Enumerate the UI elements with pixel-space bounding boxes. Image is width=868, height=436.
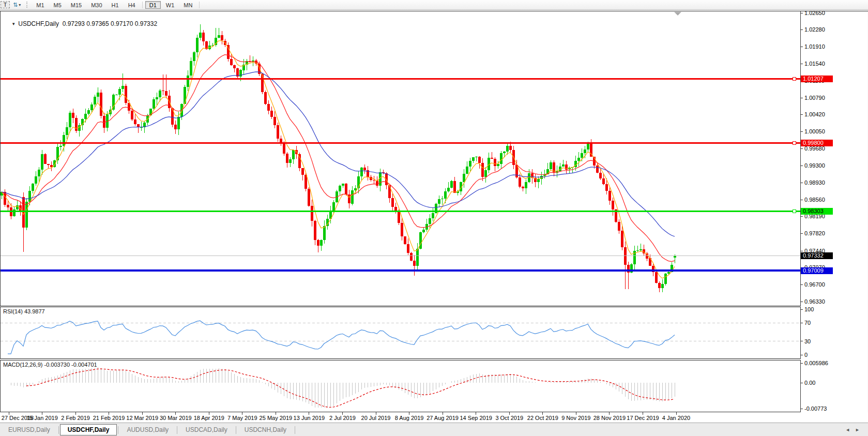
date-axis-label: 28 Nov 2019 [593, 415, 626, 421]
price-axis-tick-label: 0.96330 [804, 298, 825, 305]
candle-body-up [187, 76, 189, 87]
date-axis-label: 21 Feb 2019 [93, 415, 125, 421]
candle-body-down [75, 118, 78, 131]
timeframe-button-m5[interactable]: M5 [50, 1, 66, 9]
candle-body-down [404, 236, 406, 244]
candle-body-up [562, 164, 565, 167]
timeframe-button-h1[interactable]: H1 [108, 1, 123, 9]
toolbar-grip [26, 2, 29, 8]
rsi-axis-tick-label: 100 [804, 306, 814, 312]
candle-body-up [419, 232, 422, 249]
chart-menu-triangle-icon: ▼ [11, 22, 16, 26]
candle-body-down [277, 125, 279, 139]
tab-scroll-left-icon[interactable]: ◄ [845, 427, 850, 432]
candle-body-up [87, 110, 90, 113]
dropdown-caret-icon: ▾ [19, 3, 21, 7]
candle-body-down [134, 119, 136, 124]
resistance-line-0-99800-handle[interactable] [793, 142, 796, 145]
price-tag-1.01207: 1.01207 [801, 76, 833, 82]
candle-body-down [621, 231, 623, 247]
date-axis-label: 27 Aug 2019 [427, 415, 459, 421]
candle-body-up [13, 209, 16, 216]
candle-body-up [332, 202, 335, 211]
candle-body-up [550, 162, 552, 169]
symbol-tab-usdcnh[interactable]: USDCNH,Daily [236, 424, 295, 435]
candle-body-up [581, 153, 583, 158]
candle-body-up [320, 240, 323, 246]
macd-indicator-label: MACD(12,26,9) -0.003730 -0.004701 [3, 362, 97, 368]
candle-body-up [506, 146, 509, 152]
symbol-tab-eurusd[interactable]: EURUSD,Daily [0, 424, 58, 435]
text-tool-button[interactable]: T [1, 1, 10, 8]
arrows-tool-button[interactable]: ⇅ ▾ [11, 1, 23, 8]
candle-body-up [115, 95, 118, 95]
candle-body-down [174, 125, 177, 130]
candle-body-up [239, 70, 242, 77]
candle-body-up [639, 249, 642, 250]
candle-body-down [658, 283, 661, 288]
resistance-line-1-01207-handle[interactable] [793, 77, 796, 80]
candle-body-down [264, 92, 267, 104]
top-toolbar: T ⇅ ▾ M1M5M15M30H1H4D1W1MN [0, 0, 868, 10]
candle-body-up [193, 52, 195, 61]
candle-body-up [69, 113, 71, 127]
rsi-indicator-label: RSI(14) 43.9877 [3, 308, 45, 314]
candle-body-up [159, 91, 161, 97]
date-axis-label: 14 Sep 2019 [460, 415, 492, 421]
candle-body-down [317, 240, 319, 245]
candle-body-up [584, 149, 586, 153]
candle-body-up [121, 86, 124, 89]
macd-panel[interactable] [1, 360, 801, 412]
date-axis-label: 22 Oct 2019 [527, 415, 558, 421]
candle-body-up [59, 146, 62, 147]
timeframe-button-m1[interactable]: M1 [32, 1, 48, 9]
candle-body-down [605, 184, 608, 191]
timeframe-toolbar: M1M5M15M30H1H4D1W1MN [32, 1, 202, 9]
price-axis-tick-label: 0.98560 [804, 197, 825, 203]
rsi-panel[interactable] [1, 307, 801, 359]
timeframe-button-d1[interactable]: D1 [145, 1, 161, 9]
timeframe-button-m30[interactable]: M30 [87, 1, 106, 9]
candle-body-down [602, 178, 605, 184]
candle-body-down [202, 33, 205, 41]
candle-body-up [289, 159, 292, 163]
timeframe-button-h4[interactable]: H4 [124, 1, 140, 9]
symbol-tab-audusd[interactable]: AUDUSD,Daily [118, 424, 177, 435]
candle-body-down [72, 113, 74, 118]
candle-body-down [509, 146, 512, 150]
candle-body-down [221, 35, 223, 41]
price-axis-tick-label: 1.01540 [804, 61, 825, 67]
candle-body-up [16, 205, 19, 209]
candle-body-up [90, 104, 93, 111]
arrows-tool-icon: ⇅ [13, 2, 18, 8]
candle-body-up [292, 150, 295, 159]
price-axis-tick-label: 1.01910 [804, 43, 825, 50]
candle-body-up [661, 284, 664, 288]
date-axis-label: 7 May 2019 [227, 415, 257, 421]
candle-body-down [618, 222, 620, 231]
symbol-tab-usdchf[interactable]: USDCHF,Daily [60, 424, 117, 435]
tab-scroll-right-icon[interactable]: ► [855, 427, 860, 432]
tab-separator [295, 426, 295, 434]
candle-body-up [475, 157, 478, 157]
timeframe-button-w1[interactable]: W1 [162, 1, 179, 9]
date-axis-label: 18 Apr 2019 [194, 415, 224, 421]
candle-body-up [41, 154, 43, 170]
candle-body-down [308, 189, 310, 206]
tab-separator [58, 426, 59, 434]
candle-body-up [674, 256, 676, 258]
symbol-tab-usdcad[interactable]: USDCAD,Daily [177, 424, 236, 435]
timeframe-button-mn[interactable]: MN [179, 1, 196, 9]
candle-body-down [233, 65, 236, 68]
rsi-axis-tick-label: 70 [804, 320, 811, 326]
candle-body-down [304, 175, 307, 189]
candle-body-down [131, 111, 133, 119]
chart-canvas[interactable]: 1.026501.022801.019101.015401.011601.007… [0, 0, 868, 436]
candle-body-up [416, 249, 419, 266]
price-tag-0.99800: 0.99800 [801, 140, 833, 146]
timeframe-button-m15[interactable]: M15 [67, 1, 86, 9]
candle-body-up [525, 182, 527, 188]
candle-body-up [28, 191, 31, 202]
support-line-0-98303-handle[interactable] [793, 210, 796, 213]
main-chart-panel[interactable] [1, 11, 801, 306]
